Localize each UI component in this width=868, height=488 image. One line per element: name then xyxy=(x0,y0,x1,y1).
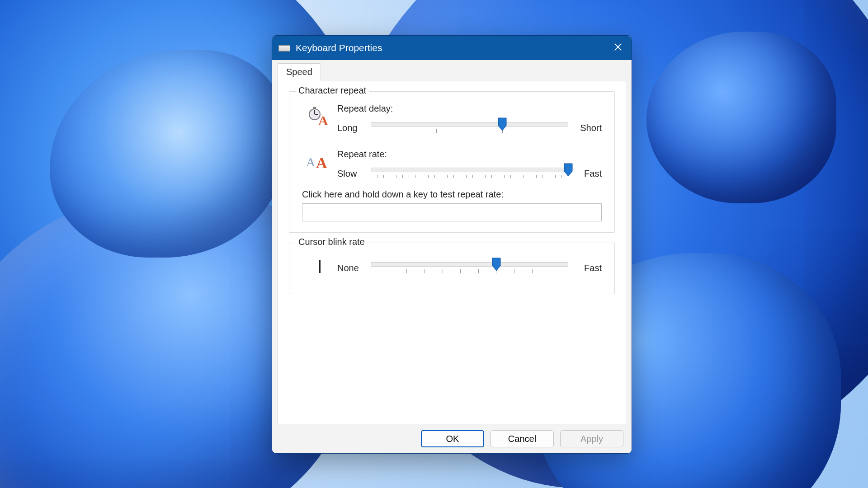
cursor-blink-preview xyxy=(319,258,321,273)
input-test-repeat[interactable] xyxy=(302,203,602,221)
group-legend-character-repeat: Character repeat xyxy=(296,85,369,96)
slider-thumb[interactable] xyxy=(563,163,573,177)
svg-text:A: A xyxy=(306,155,316,169)
stopwatch-letter-icon: A xyxy=(307,106,332,129)
label-repeat-rate: Repeat rate: xyxy=(337,149,602,160)
svg-text:A: A xyxy=(316,155,327,170)
slider-repeat-delay[interactable] xyxy=(371,118,568,137)
tab-speed[interactable]: Speed xyxy=(278,63,321,81)
tabpage-speed: Character repeat A xyxy=(278,81,626,424)
slider-thumb[interactable] xyxy=(497,117,507,131)
keyboard-properties-dialog: Keyboard Properties Speed Character repe… xyxy=(272,35,632,454)
window-title: Keyboard Properties xyxy=(296,42,382,53)
label-rate-max: Fast xyxy=(576,169,602,179)
label-blink-min: None xyxy=(337,263,363,273)
apply-button: Apply xyxy=(560,430,623,447)
label-test-repeat: Click here and hold down a key to test r… xyxy=(302,189,602,200)
group-character-repeat: Character repeat A xyxy=(289,91,615,233)
dialog-button-row: OK Cancel Apply xyxy=(272,424,632,453)
label-repeat-delay: Repeat delay: xyxy=(337,103,602,114)
label-delay-min: Long xyxy=(337,123,363,133)
desktop-wallpaper: Keyboard Properties Speed Character repe… xyxy=(0,0,868,488)
slider-repeat-rate[interactable] xyxy=(371,164,568,183)
slider-cursor-blink[interactable] xyxy=(371,258,568,277)
group-legend-cursor-blink: Cursor blink rate xyxy=(296,237,368,247)
svg-text:A: A xyxy=(318,113,328,127)
row-repeat-rate: A A Repeat rate: Slow xyxy=(302,149,602,183)
tabstrip: Speed xyxy=(272,60,632,81)
svg-rect-1 xyxy=(313,107,316,109)
group-cursor-blink: Cursor blink rate None xyxy=(289,243,615,294)
close-button[interactable] xyxy=(604,36,632,60)
close-icon xyxy=(614,42,622,53)
row-repeat-delay: A Repeat delay: Long xyxy=(302,103,602,137)
double-letter-icon: A A xyxy=(306,152,333,172)
label-delay-max: Short xyxy=(576,123,602,133)
ok-button[interactable]: OK xyxy=(421,430,484,447)
titlebar[interactable]: Keyboard Properties xyxy=(272,36,632,60)
keyboard-icon xyxy=(278,45,290,52)
row-cursor-blink: None Fast xyxy=(302,255,602,277)
slider-thumb[interactable] xyxy=(491,258,501,271)
label-blink-max: Fast xyxy=(576,263,602,273)
cancel-button[interactable]: Cancel xyxy=(491,430,554,447)
label-rate-min: Slow xyxy=(337,169,363,179)
